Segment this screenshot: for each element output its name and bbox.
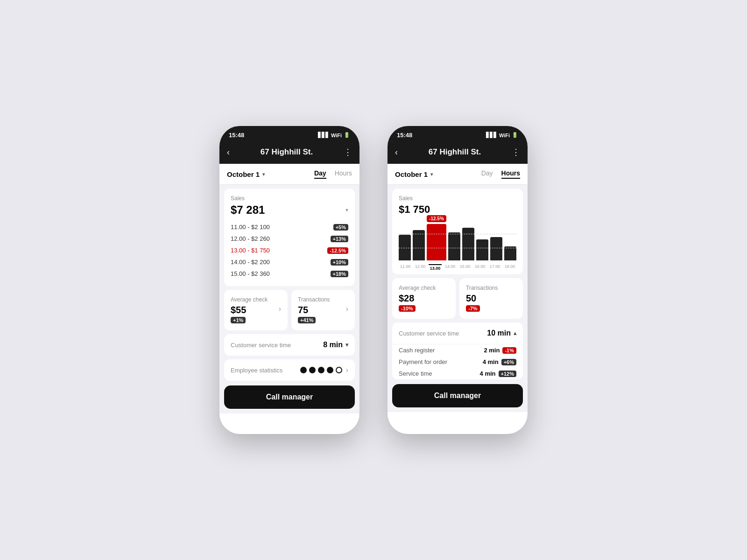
chart-x-labels: 11.00 12.00 13.00 14.00 15.00 16.00 17.0…	[399, 264, 516, 271]
bar-wrap-2: -12.5%	[427, 215, 446, 260]
sales-time-1: 12.00 - $2 260	[231, 235, 270, 242]
sales-row-2: 13.00 - $1 750 -12.5%	[231, 245, 348, 256]
phone-left: 15:48 ▋▋▋ WiFi 🔋 ‹ 67 Highhill St. ⋮ Oct…	[219, 126, 359, 434]
bar-1	[413, 230, 425, 260]
sales-time-3: 14.00 - $2 200	[231, 259, 270, 266]
phones-container: 15:48 ▋▋▋ WiFi 🔋 ‹ 67 Highhill St. ⋮ Oct…	[219, 126, 528, 434]
date-selector-left[interactable]: October 1 ▾	[227, 170, 265, 178]
bar-wrap-4	[462, 228, 474, 260]
avg-check-value-left: $55	[231, 305, 246, 315]
status-time-left: 15:48	[229, 132, 244, 139]
back-icon[interactable]: ‹	[227, 147, 230, 157]
transactions-card-left: Transactions 75 +41% ›	[291, 290, 355, 330]
battery-icon-right: 🔋	[512, 132, 518, 138]
call-manager-btn-right[interactable]: Call manager	[392, 384, 523, 407]
sales-time-4: 15.00 - $2 360	[231, 270, 270, 277]
service-collapse-icon[interactable]: ▴	[514, 330, 516, 336]
sales-rows-left: 11.00 - $2 100 +5% 12.00 - $2 260 +13% 1…	[231, 221, 348, 280]
bar-4	[462, 228, 474, 260]
bar-7	[504, 246, 516, 260]
two-col-left: Average check $55 +1% › Transactions 75	[224, 290, 355, 330]
sub-right-0: 2 min -1%	[484, 347, 516, 354]
bar-badge-2: -12.5%	[427, 215, 446, 222]
transactions-card-right: Transactions 50 -7%	[459, 278, 523, 319]
transactions-label-left: Transactions	[298, 296, 348, 303]
date-arrow-left: ▾	[262, 172, 265, 177]
content-right: October 1 ▾ Day Hours Sales $1 750	[388, 164, 528, 412]
dot-3	[318, 367, 324, 373]
service-sub-row-1: Payment for order 4 min +6%	[392, 356, 523, 368]
status-icons-left: ▋▋▋ WiFi 🔋	[318, 132, 350, 138]
service-time-label-right: Customer service time	[399, 330, 459, 337]
emp-dots-left	[300, 367, 342, 373]
tab-day-left[interactable]: Day	[314, 169, 326, 179]
sub-value-2: 4 min	[480, 370, 496, 377]
chart-card-right: Sales $1 750 -	[392, 189, 523, 274]
dot-1	[300, 367, 307, 373]
transactions-change-left: +41%	[298, 317, 316, 323]
date-label-right: October 1	[395, 170, 428, 178]
battery-icon: 🔋	[344, 132, 350, 138]
sub-value-0: 2 min	[484, 347, 500, 354]
sales-row-4: 15.00 - $2 360 +18%	[231, 268, 348, 280]
tabs-right: Day Hours	[481, 169, 520, 179]
sub-change-0: -1%	[502, 347, 516, 354]
avg-check-arrow-left[interactable]: ›	[279, 305, 281, 313]
transactions-label-right: Transactions	[466, 285, 516, 291]
sub-label-2: Service time	[399, 370, 432, 377]
chart-sales-label: Sales	[399, 195, 516, 202]
sales-expand-left[interactable]: ▾	[345, 207, 348, 213]
service-time-value-right: 10 min ▴	[487, 329, 516, 337]
tab-hours-left[interactable]: Hours	[335, 169, 352, 179]
sales-time-0: 11.00 - $2 100	[231, 224, 270, 231]
bar-wrap-6	[490, 237, 502, 260]
dot-5	[336, 367, 342, 373]
status-icons-right: ▋▋▋ WiFi 🔋	[486, 132, 518, 138]
service-expand-icon-left[interactable]: ▾	[345, 342, 348, 348]
emp-arrow-left[interactable]: ›	[346, 366, 348, 374]
nav-title-right: 67 Highhill St.	[429, 147, 481, 157]
tab-day-right[interactable]: Day	[481, 169, 493, 179]
avg-check-card-right: Average check $28 -10%	[392, 278, 456, 319]
avg-check-label-left: Average check	[231, 296, 281, 303]
transactions-value-right: 50	[466, 293, 516, 304]
date-arrow-right: ▾	[430, 172, 433, 177]
transactions-change-right: -7%	[466, 305, 480, 312]
dashed-line-top	[399, 234, 516, 234]
sales-badge-1: +13%	[331, 236, 348, 242]
nav-bar-left: ‹ 67 Highhill St. ⋮	[219, 142, 359, 164]
sub-change-2: +12%	[499, 371, 516, 377]
chart-bars: -12.5%	[399, 220, 516, 262]
tab-hours-right[interactable]: Hours	[501, 169, 520, 179]
more-icon[interactable]: ⋮	[344, 147, 352, 157]
status-bar-left: 15:48 ▋▋▋ WiFi 🔋	[219, 126, 359, 142]
sub-change-1: +6%	[501, 359, 516, 365]
bar-wrap-1	[413, 230, 425, 260]
bar-2	[427, 224, 446, 260]
nav-bar-right: ‹ 67 Highhill St. ⋮	[388, 142, 528, 164]
sales-card-left: Sales $7 281 ▾ 11.00 - $2 100 +5% 12.00 …	[224, 189, 355, 286]
transactions-arrow-left[interactable]: ›	[346, 305, 348, 313]
bar-wrap-7	[504, 246, 516, 260]
sales-badge-4: +18%	[331, 271, 348, 277]
signal-icon: ▋▋▋	[318, 132, 329, 138]
call-manager-btn-left[interactable]: Call manager	[224, 385, 355, 409]
sales-row-1: 12.00 - $2 260 +13%	[231, 233, 348, 245]
sub-label-0: Cash register	[399, 347, 435, 354]
status-bar-right: 15:48 ▋▋▋ WiFi 🔋	[388, 126, 528, 142]
service-time-label-left: Customer service time	[231, 342, 291, 349]
service-sub-row-0: Cash register 2 min -1%	[392, 344, 523, 356]
service-time-value-left: 8 min ▾	[323, 341, 348, 349]
service-time-header-right: Customer service time 10 min ▴	[392, 322, 523, 344]
tabs-left: Day Hours	[314, 169, 352, 179]
more-icon-right[interactable]: ⋮	[512, 147, 520, 157]
avg-check-change-right: -10%	[399, 305, 416, 312]
chart-label-4: 15.00	[458, 264, 472, 271]
wifi-icon: WiFi	[331, 133, 342, 138]
date-selector-right[interactable]: October 1 ▾	[395, 170, 433, 178]
wifi-icon-right: WiFi	[499, 133, 510, 138]
chart-label-3: 14.00	[444, 264, 457, 271]
back-icon-right[interactable]: ‹	[395, 147, 398, 157]
bar-wrap-5	[476, 239, 488, 260]
avg-check-change-left: +1%	[231, 317, 246, 323]
